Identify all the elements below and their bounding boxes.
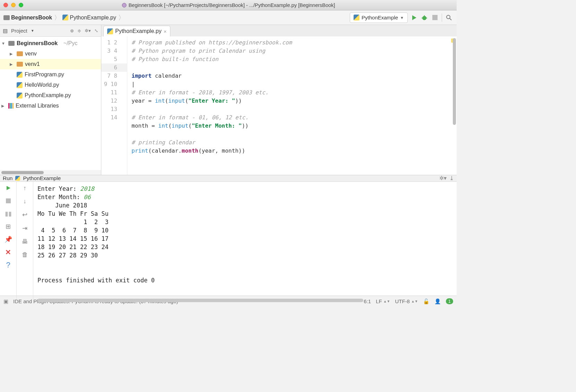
tree-folder-venv1[interactable]: ▶ venv1 <box>0 59 101 69</box>
project-tree[interactable]: ▼ BeginnersBook ~/Pyc ▶ venv ▶ venv1 Fir… <box>0 37 101 170</box>
svg-marker-8 <box>7 186 10 190</box>
run-button[interactable] <box>410 14 418 22</box>
expand-toggle-icon[interactable]: ▶ <box>1 104 6 108</box>
tree-file-helloworld[interactable]: HelloWorld.py <box>0 80 101 90</box>
scroll-thumb[interactable] <box>37 299 363 302</box>
close-window-button[interactable] <box>3 3 8 7</box>
workspace: ▤ Project▼ ⊕ ≑ ✲▾ ⤡ ▼ BeginnersBook ~/Py… <box>0 25 457 175</box>
app-icon <box>121 2 127 8</box>
down-button[interactable]: ↓ <box>23 198 26 205</box>
dropdown-icon: ▼ <box>31 29 34 33</box>
dropdown-icon: ▼ <box>400 16 404 20</box>
maximize-window-button[interactable] <box>19 3 23 7</box>
python-file-icon <box>354 15 359 20</box>
divider <box>442 14 442 22</box>
window-title-text: BeginnersBook [~/PycharmProjects/Beginne… <box>128 2 335 8</box>
editor-tab-pythonexample[interactable]: PythonExample.py × <box>103 26 170 36</box>
expand-toggle-icon[interactable]: ▶ <box>10 62 15 67</box>
breadcrumb-file-label: PythonExample.py <box>70 15 116 21</box>
print-button[interactable]: 🖶 <box>22 238 28 245</box>
folder-icon <box>17 62 23 67</box>
line-gutter[interactable]: 1 2 3 4 5 67 8 9 10 11 12 13 14 <box>101 36 127 175</box>
settings-icon[interactable]: ✲▾ <box>85 28 91 33</box>
layout-button[interactable]: ⊞ <box>5 223 12 230</box>
python-file-icon <box>15 176 20 181</box>
project-root[interactable]: ▼ BeginnersBook ~/Pyc <box>0 38 101 49</box>
hide-icon[interactable]: ⤡ <box>94 28 98 33</box>
project-panel-title[interactable]: Project <box>11 28 27 34</box>
tree-file-firstprogram[interactable]: FirstProgram.py <box>0 69 101 80</box>
tree-item-label: venv <box>25 51 37 57</box>
tree-item-label: External Libraries <box>16 103 59 109</box>
search-everywhere-button[interactable] <box>445 14 453 22</box>
tool-windows-icon[interactable]: ▣ <box>3 298 8 305</box>
external-libraries[interactable]: ▶ External Libraries <box>0 101 101 111</box>
tree-folder-venv[interactable]: ▶ venv <box>0 49 101 59</box>
tree-item-label: venv1 <box>25 61 40 67</box>
breadcrumb-separator: 〉 <box>54 14 60 22</box>
tree-item-label: PythonExample.py <box>25 92 71 99</box>
scroll-thumb[interactable] <box>453 38 456 125</box>
collapse-icon[interactable]: ≑ <box>77 28 81 33</box>
svg-line-7 <box>450 18 451 20</box>
tree-file-pythonexample[interactable]: PythonExample.py <box>0 90 101 101</box>
editor-tabs: PythonExample.py × <box>101 25 457 36</box>
breadcrumb-project[interactable]: BeginnersBook <box>3 15 52 21</box>
run-toolbar-secondary: ↑ ↓ ↩ ⇥ 🖶 🗑 <box>17 182 33 304</box>
stop-icon <box>432 15 438 20</box>
scroll-thumb[interactable] <box>1 171 44 174</box>
run-panel-header: Run PythonExample ✲▾ ⤓ <box>0 175 457 182</box>
close-tab-icon[interactable]: × <box>163 28 167 34</box>
tree-item-label: HelloWorld.py <box>25 82 59 88</box>
folder-icon <box>17 51 23 56</box>
expand-toggle-icon[interactable]: ▶ <box>10 52 15 56</box>
project-panel-header: ▤ Project▼ ⊕ ≑ ✲▾ ⤡ <box>0 25 101 37</box>
debug-button[interactable] <box>420 14 429 22</box>
code-area[interactable]: # Program published on https://beginners… <box>127 36 457 175</box>
breadcrumb-file[interactable]: PythonExample.py <box>62 15 116 21</box>
svg-point-6 <box>447 15 450 19</box>
stop-button[interactable] <box>5 197 12 204</box>
console-output[interactable]: Enter Year: 2018 Enter Month: 06 June 20… <box>33 182 457 304</box>
pin-button[interactable]: 📌 <box>5 236 12 243</box>
project-tool-window: ▤ Project▼ ⊕ ≑ ✲▾ ⤡ ▼ BeginnersBook ~/Py… <box>0 25 101 175</box>
svg-marker-1 <box>412 15 416 20</box>
run-configuration-selector[interactable]: PythonExample ▼ <box>350 12 408 23</box>
window-title: BeginnersBook [~/PycharmProjects/Beginne… <box>0 2 457 8</box>
run-config-label: PythonExample <box>362 15 398 20</box>
current-line-highlight <box>123 78 457 86</box>
console-prompt: Enter Month: <box>37 194 84 201</box>
help-button[interactable]: ? <box>5 262 12 269</box>
python-file-icon <box>62 15 68 20</box>
editor-vscroll[interactable] <box>452 37 457 175</box>
minimize-window-button[interactable] <box>11 3 16 7</box>
project-view-icon: ▤ <box>3 28 8 34</box>
expand-toggle-icon[interactable]: ▼ <box>1 41 6 45</box>
python-file-icon <box>17 93 23 99</box>
run-toolbar-primary: ▮▮ ⊞ 📌 ✕ ? <box>0 182 17 304</box>
run-settings-icon[interactable]: ✲▾ <box>439 175 447 181</box>
scroll-end-button[interactable]: ⇥ <box>22 224 27 232</box>
stop-button[interactable] <box>431 14 439 22</box>
editor[interactable]: 1 2 3 4 5 67 8 9 10 11 12 13 14 # Progra… <box>101 36 457 175</box>
console-exit: Process finished with exit code 0 <box>37 277 155 284</box>
rerun-button[interactable] <box>5 185 12 191</box>
up-button[interactable]: ↑ <box>23 185 26 192</box>
editor-area: PythonExample.py × 1 2 3 4 5 67 8 9 10 1… <box>101 25 457 175</box>
clear-button[interactable]: 🗑 <box>22 251 28 258</box>
locate-icon[interactable]: ⊕ <box>70 28 74 33</box>
run-body: ▮▮ ⊞ 📌 ✕ ? ↑ ↓ ↩ ⇥ 🖶 🗑 Enter Year: 2018 … <box>0 182 457 304</box>
project-panel-hscroll[interactable] <box>0 170 101 175</box>
close-button[interactable]: ✕ <box>5 249 12 256</box>
download-icon[interactable]: ⤓ <box>449 175 454 181</box>
pause-button[interactable]: ▮▮ <box>5 210 12 217</box>
run-panel-label: Run <box>3 175 12 181</box>
breadcrumb: BeginnersBook 〉 PythonExample.py 〉 <box>3 14 125 22</box>
console-hscroll[interactable] <box>37 299 455 303</box>
window-controls <box>3 3 23 7</box>
console-input: 06 <box>84 194 91 201</box>
console-input: 2018 <box>80 185 94 192</box>
breadcrumb-separator: 〉 <box>118 14 125 22</box>
soft-wrap-button[interactable]: ↩ <box>22 211 27 219</box>
library-icon <box>8 103 14 109</box>
